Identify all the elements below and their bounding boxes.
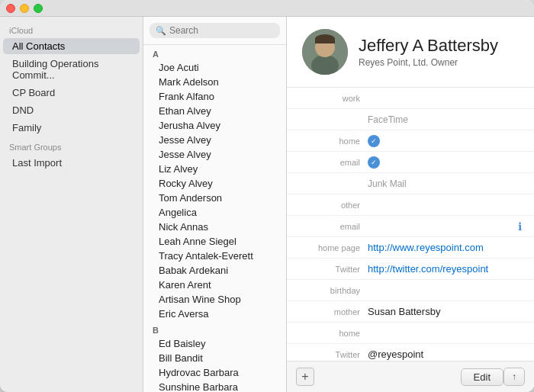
- list-item[interactable]: Bill Bandit: [143, 351, 286, 365]
- field-row-twitter-link: Twitter http://twitter.com/reyespoint: [287, 259, 534, 280]
- field-label: home page: [299, 243, 368, 252]
- list-item[interactable]: Eric Aversa: [143, 307, 286, 321]
- svg-rect-4: [315, 39, 335, 43]
- section-title-junkmail: Junk Mail: [368, 178, 522, 189]
- list-item[interactable]: Mark Adelson: [143, 75, 286, 89]
- field-label: Twitter: [299, 350, 368, 359]
- list-item[interactable]: Tracy Antalek-Everett: [143, 249, 286, 263]
- field-label: Twitter: [299, 265, 368, 274]
- list-item[interactable]: Jesse Alvey: [143, 133, 286, 147]
- list-item[interactable]: Leah Anne Siegel: [143, 234, 286, 249]
- contact-list: 🔍 A Joe Acuti Mark Adelson Frank Alfano …: [143, 17, 287, 392]
- list-item[interactable]: Hydrovac Barbara: [143, 365, 286, 380]
- letter-b: B: [143, 321, 286, 336]
- twitter-link[interactable]: http://twitter.com/reyespoint: [368, 263, 522, 275]
- sidebar-item-building[interactable]: Building Operations Commit...: [3, 56, 140, 83]
- sidebar-item-dnd[interactable]: DND: [3, 102, 140, 118]
- contact-full-name: Jeffery A Battersby: [359, 36, 498, 56]
- list-item[interactable]: Nick Annas: [143, 220, 286, 234]
- homepage-link[interactable]: http://www.reyespoint.com: [368, 242, 522, 253]
- field-row-other: other: [287, 194, 534, 216]
- search-bar: 🔍: [143, 17, 286, 45]
- detail-fields: work FaceTime home ✓: [287, 88, 534, 361]
- section-title-facetime: FaceTime: [368, 114, 522, 125]
- add-button[interactable]: +: [296, 368, 314, 386]
- info-icon[interactable]: ℹ: [518, 220, 522, 233]
- field-row-homepage: home page http://www.reyespoint.com: [287, 237, 534, 259]
- sidebar-item-family[interactable]: Family: [3, 120, 140, 136]
- avatar: [302, 29, 348, 75]
- search-input[interactable]: [169, 25, 274, 36]
- title-bar: [0, 0, 534, 17]
- list-item[interactable]: Joe Acuti: [143, 60, 286, 75]
- list-item[interactable]: Tom Anderson: [143, 191, 286, 205]
- twitter-handle: @reyespoint: [368, 349, 522, 360]
- traffic-lights: [6, 4, 43, 13]
- field-row-work: work: [287, 88, 534, 109]
- smart-groups-label: Smart Groups: [0, 137, 143, 154]
- field-row-birthday: birthday: [287, 280, 534, 301]
- field-label: home: [299, 137, 368, 146]
- main-content: iCloud All Contacts Building Operations …: [0, 17, 534, 392]
- detail-pane: Jeffery A Battersby Reyes Point, Ltd. Ow…: [287, 17, 534, 392]
- detail-header: Jeffery A Battersby Reyes Point, Ltd. Ow…: [287, 17, 534, 88]
- search-icon: 🔍: [156, 26, 166, 36]
- list-item[interactable]: Rocky Alvey: [143, 176, 286, 191]
- field-label: email: [299, 222, 368, 231]
- check-icon: ✓: [368, 156, 380, 169]
- field-label: birthday: [299, 286, 368, 295]
- sidebar: iCloud All Contacts Building Operations …: [0, 17, 143, 392]
- contact-subtitle: Reyes Point, Ltd. Owner: [359, 57, 498, 68]
- close-button[interactable]: [6, 4, 15, 13]
- search-wrap[interactable]: 🔍: [150, 23, 280, 38]
- field-row-email-checked: email ✓: [287, 152, 534, 173]
- letter-a: A: [143, 45, 286, 60]
- list-item[interactable]: Angelica: [143, 205, 286, 220]
- field-label: work: [299, 94, 368, 103]
- list-item[interactable]: Artisan Wine Shop: [143, 292, 286, 307]
- sidebar-item-all-contacts[interactable]: All Contacts: [3, 38, 140, 54]
- contact-header-info: Jeffery A Battersby Reyes Point, Ltd. Ow…: [359, 36, 498, 68]
- share-button[interactable]: ↑: [503, 368, 525, 386]
- field-label: home: [299, 329, 368, 338]
- list-item[interactable]: Sunshine Barbara: [143, 380, 286, 392]
- field-row-facetime: FaceTime: [287, 109, 534, 130]
- contact-scroll[interactable]: A Joe Acuti Mark Adelson Frank Alfano Et…: [143, 45, 286, 392]
- share-icon: ↑: [512, 371, 516, 382]
- sidebar-item-cp-board[interactable]: CP Board: [3, 85, 140, 101]
- field-row-mother: mother Susan Battersby: [287, 301, 534, 323]
- list-item[interactable]: Liz Alvey: [143, 162, 286, 176]
- list-item[interactable]: Karen Arent: [143, 278, 286, 292]
- minimize-button[interactable]: [20, 4, 29, 13]
- check-icon: ✓: [368, 135, 380, 147]
- field-label: mother: [299, 307, 368, 316]
- list-item[interactable]: Babak Ardekani: [143, 263, 286, 278]
- list-item[interactable]: Ethan Alvey: [143, 104, 286, 118]
- mother-value: Susan Battersby: [368, 306, 522, 317]
- field-label: other: [299, 201, 368, 210]
- field-row-junkmail: Junk Mail: [287, 173, 534, 194]
- list-item[interactable]: Jerusha Alvey: [143, 118, 286, 133]
- edit-button[interactable]: Edit: [461, 368, 503, 386]
- field-row-email-info: email ℹ: [287, 216, 534, 237]
- sidebar-item-last-import[interactable]: Last Import: [3, 155, 140, 171]
- field-row-home2: home: [287, 323, 534, 344]
- app-window: iCloud All Contacts Building Operations …: [0, 0, 534, 392]
- list-item[interactable]: Ed Baisley: [143, 336, 286, 351]
- maximize-button[interactable]: [34, 4, 43, 13]
- field-row-twitter-handle: Twitter @reyespoint: [287, 344, 534, 361]
- field-label: email: [299, 158, 368, 167]
- list-item[interactable]: Jesse Alvey: [143, 147, 286, 162]
- icloud-label: iCloud: [0, 20, 143, 37]
- list-item[interactable]: Frank Alfano: [143, 89, 286, 104]
- field-row-home-checked: home ✓: [287, 130, 534, 152]
- detail-toolbar: + Edit ↑: [287, 361, 534, 392]
